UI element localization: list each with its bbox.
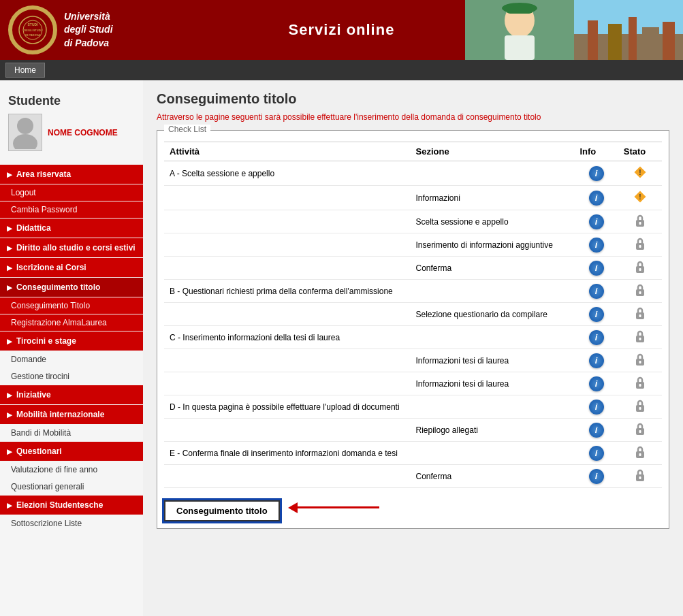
home-link[interactable]: Home — [5, 63, 45, 78]
cell-info[interactable]: i — [574, 303, 618, 326]
checklist-container: Check List Attività Sezione Info Stato A… — [157, 130, 669, 529]
sidebar-item-gestione[interactable]: Gestione tirocini — [0, 368, 143, 385]
arrow-head-icon — [288, 502, 298, 513]
cell-info[interactable]: i — [574, 372, 618, 395]
info-icon[interactable]: i — [589, 330, 604, 345]
sidebar-item-registrazione[interactable]: Registrazione AlmaLaurea — [0, 314, 143, 331]
cell-stato[interactable] — [618, 233, 662, 257]
cell-stato[interactable] — [618, 395, 662, 419]
sidebar-item-cambia-password[interactable]: Cambia Password — [0, 201, 143, 218]
cell-stato[interactable]: ! — [618, 161, 662, 186]
table-row: Informazionii ! — [164, 186, 662, 210]
cell-stato[interactable] — [618, 372, 662, 395]
cell-attivita: E - Conferma finale di inserimento infor… — [164, 442, 410, 465]
info-icon[interactable]: i — [589, 400, 604, 415]
sidebar-item-iniziative[interactable]: ▶ Iniziative — [0, 385, 143, 404]
cell-info[interactable]: i — [574, 442, 618, 465]
warning-icon[interactable]: ! — [633, 189, 648, 204]
cell-info[interactable]: i — [574, 161, 618, 186]
student-name: NOME COGNOME — [48, 128, 118, 137]
lock-icon[interactable] — [634, 214, 646, 229]
cell-info[interactable]: i — [574, 210, 618, 233]
cell-attivita: D - In questa pagina è possibile effettu… — [164, 395, 410, 419]
lock-icon[interactable] — [634, 353, 646, 368]
lock-icon[interactable] — [634, 422, 646, 438]
lock-icon[interactable] — [634, 445, 646, 461]
sidebar-item-logout[interactable]: Logout — [0, 184, 143, 201]
table-row: D - In questa pagina è possibile effettu… — [164, 395, 662, 419]
info-icon[interactable]: i — [589, 238, 604, 253]
info-icon[interactable]: i — [589, 353, 604, 368]
cell-stato[interactable] — [618, 280, 662, 303]
cell-stato[interactable] — [618, 349, 662, 372]
cell-attivita — [164, 233, 410, 257]
cell-stato[interactable] — [618, 210, 662, 233]
sidebar-item-sottoscrizione[interactable]: Sottoscrizione Liste — [0, 515, 143, 532]
svg-rect-32 — [639, 314, 641, 317]
cell-info[interactable]: i — [574, 395, 618, 419]
cell-info[interactable]: i — [574, 465, 618, 488]
info-icon[interactable]: i — [589, 469, 604, 484]
sidebar-item-area-riservata[interactable]: ▶ Area riservata — [0, 165, 143, 184]
info-icon[interactable]: i — [589, 191, 604, 206]
sidebar-item-elezioni[interactable]: ▶ Elezioni Studentesche — [0, 496, 143, 515]
conseguimento-button[interactable]: Conseguimento titolo — [164, 500, 280, 521]
lock-icon[interactable] — [634, 376, 646, 391]
lock-icon[interactable] — [634, 283, 646, 299]
cell-info[interactable]: i — [574, 326, 618, 349]
sidebar-item-mobilita[interactable]: ▶ Mobilità internazionale — [0, 405, 143, 424]
info-icon[interactable]: i — [589, 261, 604, 276]
cell-info[interactable]: i — [574, 280, 618, 303]
lock-icon[interactable] — [634, 237, 646, 253]
cell-stato[interactable] — [618, 419, 662, 442]
svg-text:STUDI: STUDI — [28, 22, 39, 27]
logo-emblem: STUDI DEGLI STUDI DI PADOVA — [8, 5, 57, 54]
cell-stato[interactable] — [618, 257, 662, 280]
info-icon[interactable]: i — [589, 166, 604, 181]
cell-info[interactable]: i — [574, 257, 618, 280]
info-icon[interactable]: i — [589, 307, 604, 322]
cell-stato[interactable] — [618, 326, 662, 349]
cell-sezione: Conferma — [410, 257, 574, 280]
sidebar-item-domande[interactable]: Domande — [0, 351, 143, 368]
info-icon[interactable]: i — [589, 284, 604, 299]
info-icon[interactable]: i — [589, 446, 604, 461]
cell-sezione: Informazioni tesi di laurea — [410, 349, 574, 372]
cell-info[interactable]: i — [574, 233, 618, 257]
lock-icon[interactable] — [634, 329, 646, 345]
sidebar-item-tirocini[interactable]: ▶ Tirocini e stage — [0, 331, 143, 351]
warning-icon[interactable]: ! — [633, 165, 648, 180]
lock-icon[interactable] — [634, 399, 646, 415]
info-icon[interactable]: i — [589, 423, 604, 438]
cell-info[interactable]: i — [574, 419, 618, 442]
cell-stato[interactable]: ! — [618, 186, 662, 210]
cell-sezione: Scelta sessione e appello — [410, 210, 574, 233]
sidebar-item-iscrizione[interactable]: ▶ Iscrizione ai Corsi — [0, 258, 143, 277]
cell-stato[interactable] — [618, 442, 662, 465]
cell-info[interactable]: i — [574, 349, 618, 372]
lock-icon[interactable] — [634, 306, 646, 322]
col-header-attivita: Attività — [164, 142, 410, 161]
sidebar-item-valutazione[interactable]: Valutazione di fine anno — [0, 461, 143, 478]
photo-student — [465, 0, 574, 60]
cell-stato[interactable] — [618, 303, 662, 326]
sidebar-item-didattica[interactable]: ▶ Didattica — [0, 218, 143, 238]
cell-stato[interactable] — [618, 465, 662, 488]
lock-icon[interactable] — [634, 468, 646, 484]
lock-icon[interactable] — [634, 260, 646, 276]
cell-attivita — [164, 419, 410, 442]
col-header-stato: Stato — [618, 142, 662, 161]
arrow-icon: ▶ — [7, 338, 12, 345]
sidebar-item-questionari[interactable]: ▶ Questionari — [0, 442, 143, 461]
svg-rect-7 — [505, 35, 535, 60]
sidebar-item-bandi[interactable]: Bandi di Mobilità — [0, 425, 143, 441]
navbar: Home — [0, 60, 683, 80]
info-icon[interactable]: i — [589, 214, 604, 229]
sidebar-item-conseguimento[interactable]: ▶ Conseguimento titolo — [0, 278, 143, 297]
info-icon[interactable]: i — [589, 376, 604, 391]
cell-info[interactable]: i — [574, 186, 618, 210]
sidebar-item-conseguimento-titolo[interactable]: Conseguimento Titolo — [0, 297, 143, 314]
sidebar-item-questionari-gen[interactable]: Questionari generali — [0, 479, 143, 495]
sidebar-item-diritto[interactable]: ▶ Diritto allo studio e corsi estivi — [0, 238, 143, 257]
svg-rect-38 — [639, 384, 641, 387]
